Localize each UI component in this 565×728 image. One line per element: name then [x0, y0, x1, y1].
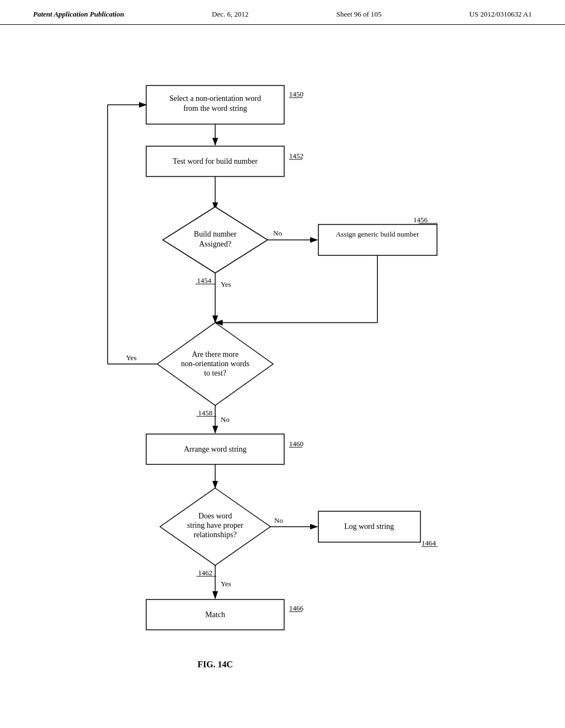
svg-text:Select a non-orientation word: Select a non-orientation word — [169, 94, 261, 103]
publication-label: Patent Application Publication — [33, 10, 124, 19]
svg-text:Assigned?: Assigned? — [199, 240, 231, 248]
svg-text:1458: 1458 — [198, 409, 212, 417]
svg-text:string have proper: string have proper — [187, 521, 243, 529]
svg-text:non-orientation words: non-orientation words — [181, 360, 249, 368]
svg-text:1454: 1454 — [197, 276, 212, 285]
patent-number: US 2012/0310632 A1 — [470, 10, 532, 19]
svg-text:Build number: Build number — [194, 230, 237, 238]
page-header: Patent Application Publication Dec. 6, 2… — [0, 0, 565, 25]
svg-text:Test word for build number: Test word for build number — [173, 157, 258, 165]
date-label: Dec. 6, 2012 — [212, 10, 248, 19]
svg-text:Yes: Yes — [221, 280, 231, 288]
svg-text:FIG. 14C: FIG. 14C — [198, 660, 233, 669]
svg-text:No: No — [273, 229, 282, 237]
svg-text:No: No — [221, 415, 230, 424]
svg-text:to test?: to test? — [204, 369, 226, 377]
svg-text:1466: 1466 — [289, 604, 304, 612]
svg-text:1464: 1464 — [422, 539, 436, 547]
diagram-area: Select a non-orientation word from the w… — [0, 25, 565, 698]
svg-text:1462: 1462 — [198, 569, 212, 577]
svg-text:Yes: Yes — [126, 354, 137, 362]
svg-text:Match: Match — [205, 611, 225, 619]
svg-text:from the word string: from the word string — [183, 104, 247, 113]
svg-text:relationships?: relationships? — [194, 531, 237, 539]
svg-text:Assign generic build number: Assign generic build number — [336, 230, 419, 238]
svg-text:1452: 1452 — [289, 152, 303, 160]
svg-text:Are there more: Are there more — [192, 350, 239, 358]
sheet-label: Sheet 96 of 105 — [337, 10, 382, 19]
svg-rect-19 — [318, 224, 437, 255]
svg-text:1456: 1456 — [413, 216, 428, 224]
svg-text:Yes: Yes — [221, 580, 231, 588]
flowchart-svg: Select a non-orientation word from the w… — [0, 25, 565, 698]
svg-text:1450: 1450 — [289, 90, 303, 98]
svg-text:Log word string: Log word string — [344, 522, 394, 531]
svg-text:No: No — [274, 516, 283, 524]
svg-text:Arrange word string: Arrange word string — [184, 445, 247, 453]
svg-text:Does word: Does word — [198, 512, 232, 520]
svg-text:1460: 1460 — [289, 440, 303, 448]
